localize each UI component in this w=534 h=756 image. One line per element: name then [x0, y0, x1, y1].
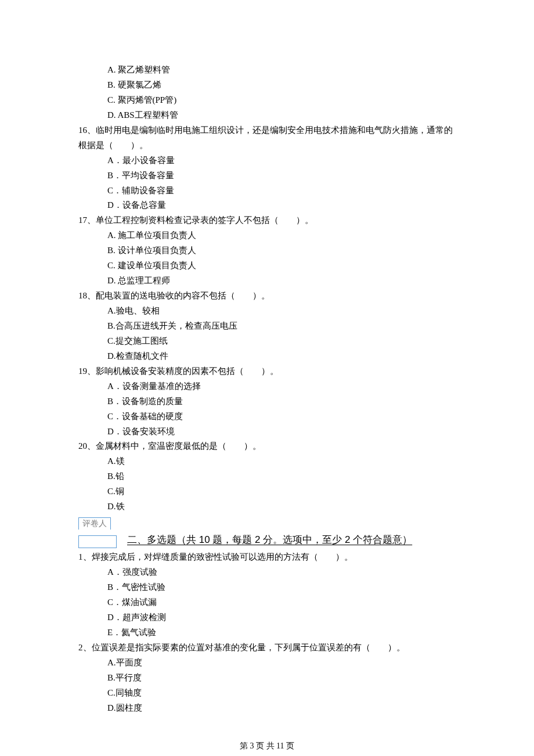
mcq1-stem: 1、焊接完成后，对焊缝质量的致密性试验可以选用的方法有（ ）。 [78, 550, 456, 565]
mcq2-option-c: C.同轴度 [78, 686, 456, 701]
q16-stem: 16、临时用电是编制临时用电施工组织设计，还是编制安全用电技术措施和电气防火措施… [78, 123, 456, 153]
section-line: 二、多选题（共 10 题，每题 2 分。选项中，至少 2 个符合题意） [78, 531, 456, 548]
q18-option-b: B.合高压进线开关，检查高压电压 [78, 319, 456, 334]
q19-option-a: A．设备测量基准的选择 [78, 379, 456, 394]
q20-option-b: B.铅 [78, 469, 456, 484]
q17-option-a: A. 施工单位项目负责人 [78, 228, 456, 243]
q15-option-b: B. 硬聚氯乙烯 [78, 78, 456, 93]
page-content: A. 聚乙烯塑料管 B. 硬聚氯乙烯 C. 聚丙烯管(PP管) D. ABS工程… [0, 0, 534, 756]
mcq1-option-e: E．氦气试验 [78, 625, 456, 640]
q17-option-b: B. 设计单位项目负责人 [78, 243, 456, 258]
grader-box-empty [78, 535, 117, 548]
q18-stem: 18、配电装置的送电验收的内容不包括（ ）。 [78, 289, 456, 304]
q19-option-b: B．设备制造的质量 [78, 394, 456, 409]
grader-box: 评卷人 [78, 516, 456, 531]
q15-option-c: C. 聚丙烯管(PP管) [78, 93, 456, 108]
q17-option-c: C. 建设单位项目负责人 [78, 258, 456, 273]
mcq1-option-c: C．煤油试漏 [78, 595, 456, 610]
q20-stem: 20、金属材料中，室温密度最低的是（ ）。 [78, 439, 456, 454]
mcq2-option-d: D.圆柱度 [78, 701, 456, 716]
q18-option-a: A.验电、较相 [78, 304, 456, 319]
q20-option-d: D.铁 [78, 499, 456, 514]
page-footer: 第 3 页 共 11 页 [78, 739, 456, 753]
q16-option-c: C．辅助设备容量 [78, 183, 456, 199]
mcq2-option-b: B.平行度 [78, 671, 456, 686]
q20-option-a: A.镁 [78, 454, 456, 469]
q19-option-d: D．设备安装环境 [78, 424, 456, 440]
mcq1-option-b: B．气密性试验 [78, 580, 456, 595]
q16-option-d: D．设备总容量 [78, 198, 456, 213]
mcq2-option-a: A.平面度 [78, 656, 456, 671]
q17-option-d: D. 总监理工程师 [78, 273, 456, 289]
q18-option-c: C.提交施工图纸 [78, 334, 456, 349]
q15-option-d: D. ABS工程塑料管 [78, 108, 456, 123]
q16-option-a: A．最小设备容量 [78, 153, 456, 168]
grader-label: 评卷人 [78, 517, 111, 530]
mcq1-option-a: A．强度试验 [78, 565, 456, 580]
q20-option-c: C.铜 [78, 484, 456, 499]
q18-option-d: D.检查随机文件 [78, 349, 456, 364]
section-title-multi-choice: 二、多选题（共 10 题，每题 2 分。选项中，至少 2 个符合题意） [127, 531, 412, 548]
q16-option-b: B．平均设备容量 [78, 168, 456, 183]
q15-option-a: A. 聚乙烯塑料管 [78, 63, 456, 78]
q19-option-c: C．设备基础的硬度 [78, 409, 456, 424]
mcq1-option-d: D．超声波检测 [78, 610, 456, 625]
mcq2-stem: 2、位置误差是指实际要素的位置对基准的变化量，下列属于位置误差的有（ ）。 [78, 640, 456, 656]
grader-box-wrap: 评卷人 二、多选题（共 10 题，每题 2 分。选项中，至少 2 个符合题意） [78, 516, 456, 548]
q17-stem: 17、单位工程控制资料检查记录表的签字人不包括（ ）。 [78, 213, 456, 228]
q19-stem: 19、影响机械设备安装精度的因素不包括（ ）。 [78, 364, 456, 379]
